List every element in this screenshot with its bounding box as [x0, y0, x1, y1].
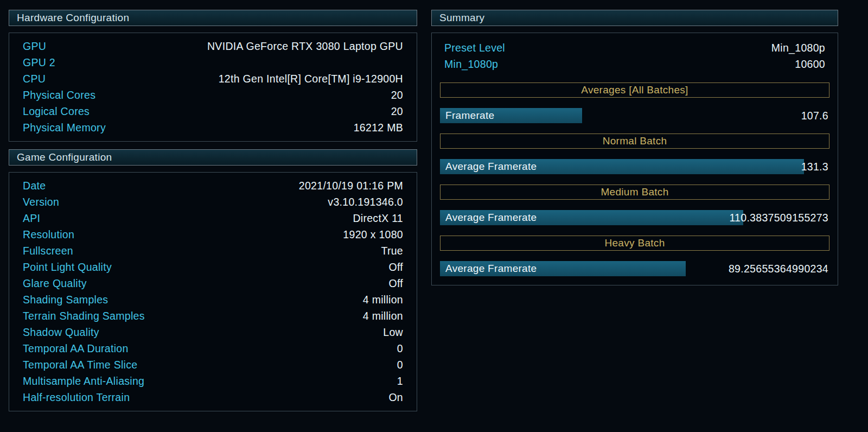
- config-value: 4 million: [363, 294, 403, 306]
- config-value: 20: [391, 89, 403, 101]
- config-label: Fullscreen: [23, 245, 73, 257]
- framerate-value: 131.3: [801, 159, 828, 174]
- config-row: Glare QualityOff: [23, 275, 403, 291]
- config-row: CPU12th Gen Intel[R] Core[TM] i9-12900H: [23, 71, 403, 87]
- config-value: On: [388, 391, 403, 404]
- config-label: Shading Samples: [23, 294, 108, 306]
- right-column: Summary Preset Level Min_1080p Min_1080p…: [431, 10, 838, 285]
- config-label: Resolution: [23, 228, 74, 241]
- config-row: Versionv3.10.191346.0: [23, 194, 403, 210]
- config-value: Off: [388, 261, 403, 274]
- config-row: Shadow QualityLow: [23, 324, 403, 340]
- summary-header: Summary: [431, 10, 838, 26]
- preset-level-value: Min_1080p: [771, 42, 825, 54]
- config-label: Physical Memory: [23, 122, 106, 134]
- config-value: 1920 x 1080: [343, 228, 403, 241]
- framerate-bar: Framerate: [440, 108, 582, 123]
- config-value: 2021/10/19 01:16 PM: [299, 180, 403, 192]
- framerate-bar-row: Average Framerate110.3837509155273: [440, 210, 829, 225]
- config-label: Terrain Shading Samples: [23, 310, 145, 322]
- config-row: Physical Memory16212 MB: [23, 119, 403, 136]
- batch-section-header: Averages [All Batches]: [440, 82, 829, 98]
- config-row: Resolution1920 x 1080: [23, 226, 403, 243]
- config-label: Temporal AA Duration: [23, 342, 129, 355]
- framerate-bar-label: Average Framerate: [445, 212, 537, 224]
- batch-section-header: Heavy Batch: [440, 236, 829, 251]
- game-configuration-panel: Date2021/10/19 01:16 PMVersionv3.10.1913…: [9, 172, 417, 411]
- config-label: Physical Cores: [23, 89, 95, 101]
- batch-section-header: Normal Batch: [440, 134, 829, 149]
- config-row: Date2021/10/19 01:16 PM: [23, 177, 403, 194]
- framerate-bar: Average Framerate: [440, 210, 743, 225]
- hardware-configuration-header: Hardware Configuration: [9, 10, 417, 26]
- config-value: 16212 MB: [354, 122, 403, 134]
- config-row: Temporal AA Duration0: [23, 340, 403, 357]
- benchmark-score-label: Min_1080p: [444, 58, 498, 71]
- framerate-bar: Average Framerate: [440, 261, 686, 276]
- framerate-bar-row: Average Framerate131.3: [440, 159, 829, 174]
- config-label: API: [23, 212, 40, 225]
- preset-level-label: Preset Level: [444, 42, 505, 54]
- framerate-value: 110.3837509155273: [729, 210, 828, 225]
- config-label: CPU: [23, 73, 46, 85]
- config-row: Terrain Shading Samples4 million: [23, 308, 403, 324]
- config-row: APIDirectX 11: [23, 210, 403, 226]
- config-value: 20: [391, 105, 403, 118]
- framerate-bar-label: Average Framerate: [445, 161, 537, 173]
- config-label: Half-resolution Terrain: [23, 391, 130, 404]
- config-row: FullscreenTrue: [23, 243, 403, 259]
- framerate-bar-row: Framerate107.6: [440, 108, 829, 123]
- config-value: Off: [388, 277, 403, 290]
- config-value: 0: [397, 342, 403, 355]
- config-value: 4 million: [363, 310, 403, 322]
- config-row: Physical Cores20: [23, 87, 403, 103]
- config-row: Logical Cores20: [23, 103, 403, 119]
- config-value: Low: [383, 326, 403, 339]
- config-label: GPU 2: [23, 56, 55, 69]
- config-row: Shading Samples4 million: [23, 291, 403, 308]
- config-value: NVIDIA GeForce RTX 3080 Laptop GPU: [207, 40, 403, 53]
- left-column: Hardware Configuration GPUNVIDIA GeForce…: [9, 10, 417, 411]
- framerate-bar-row: Average Framerate89.25655364990234: [440, 261, 829, 276]
- framerate-bar-label: Average Framerate: [445, 263, 537, 275]
- game-configuration-header: Game Configuration: [9, 149, 417, 166]
- config-row: Temporal AA Time Slice0: [23, 357, 403, 373]
- framerate-value: 107.6: [801, 108, 828, 123]
- summary-panel: Preset Level Min_1080p Min_1080p 10600 A…: [431, 33, 838, 285]
- config-label: Shadow Quality: [23, 326, 99, 339]
- hardware-configuration-panel: GPUNVIDIA GeForce RTX 3080 Laptop GPUGPU…: [9, 33, 417, 142]
- config-value: 0: [397, 359, 403, 371]
- config-label: Multisample Anti-Aliasing: [23, 375, 144, 387]
- batch-section-header: Medium Batch: [440, 185, 829, 200]
- framerate-bar: Average Framerate: [440, 159, 804, 174]
- config-value: True: [381, 245, 403, 257]
- preset-level-row: Preset Level Min_1080p: [440, 40, 829, 56]
- benchmark-score-value: 10600: [795, 58, 825, 71]
- benchmark-score-row: Min_1080p 10600: [440, 56, 829, 72]
- config-row: GPU 2: [23, 54, 403, 71]
- config-label: Glare Quality: [23, 277, 87, 290]
- config-row: GPUNVIDIA GeForce RTX 3080 Laptop GPU: [23, 38, 403, 54]
- config-value: 1: [397, 375, 403, 387]
- config-row: Point Light QualityOff: [23, 259, 403, 275]
- config-value: v3.10.191346.0: [328, 196, 403, 208]
- config-value: 12th Gen Intel[R] Core[TM] i9-12900H: [219, 73, 403, 85]
- config-label: Version: [23, 196, 59, 208]
- framerate-value: 89.25655364990234: [729, 261, 828, 276]
- config-value: DirectX 11: [353, 212, 403, 225]
- config-label: Logical Cores: [23, 105, 90, 118]
- framerate-bar-label: Framerate: [445, 110, 494, 122]
- batch-sections: Averages [All Batches]Framerate107.6Norm…: [440, 82, 829, 276]
- config-row: Half-resolution TerrainOn: [23, 389, 403, 405]
- config-label: Temporal AA Time Slice: [23, 359, 137, 371]
- config-label: Date: [23, 180, 46, 192]
- config-row: Multisample Anti-Aliasing1: [23, 373, 403, 389]
- config-label: GPU: [23, 40, 46, 53]
- config-label: Point Light Quality: [23, 261, 112, 274]
